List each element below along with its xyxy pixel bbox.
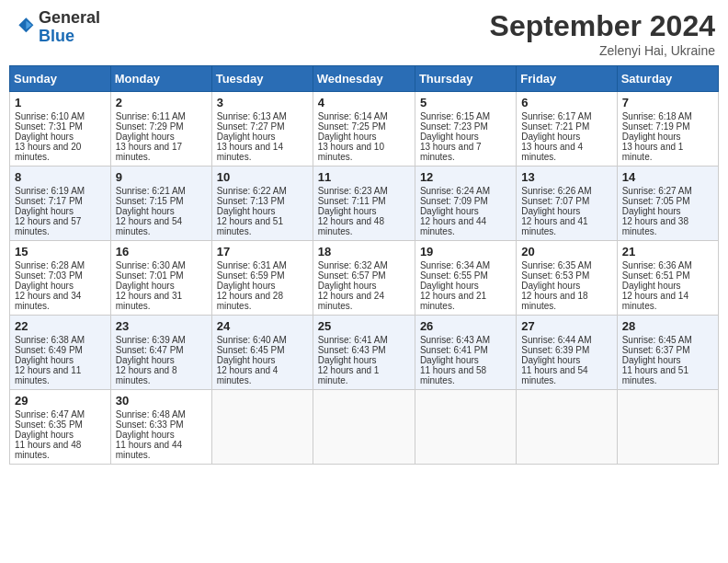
daylight-value: 11 hours and 48 minutes. <box>15 440 81 460</box>
sunrise-label: Sunrise: 6:30 AM <box>116 260 186 270</box>
day-number: 19 <box>420 245 511 259</box>
sunrise-label: Sunrise: 6:15 AM <box>420 111 490 121</box>
sunset-label: Sunset: 7:27 PM <box>217 121 285 132</box>
day-number: 24 <box>217 319 308 333</box>
daylight-label: Daylight hours <box>116 281 175 291</box>
daylight-label: Daylight hours <box>521 206 580 216</box>
sunrise-label: Sunrise: 6:22 AM <box>217 186 287 196</box>
col-header-tuesday: Tuesday <box>211 66 313 92</box>
sunset-label: Sunset: 7:29 PM <box>116 121 184 132</box>
day-number: 9 <box>116 170 207 184</box>
location-title: Zelenyi Hai, Ukraine <box>490 43 715 58</box>
day-number: 20 <box>521 245 611 259</box>
daylight-value: 11 hours and 54 minutes. <box>521 365 587 385</box>
col-header-monday: Monday <box>110 66 211 92</box>
sunset-label: Sunset: 7:17 PM <box>15 196 83 206</box>
table-cell <box>517 390 617 465</box>
daylight-value: 12 hours and 41 minutes. <box>521 216 587 236</box>
sunrise-label: Sunrise: 6:44 AM <box>521 335 591 345</box>
daylight-label: Daylight hours <box>622 355 681 365</box>
table-cell <box>211 390 313 465</box>
sunrise-label: Sunrise: 6:21 AM <box>116 186 186 196</box>
title-block: September 2024 Zelenyi Hai, Ukraine <box>490 9 715 58</box>
table-cell: 8 Sunrise: 6:19 AM Sunset: 7:17 PM Dayli… <box>10 167 111 241</box>
daylight-value: 11 hours and 44 minutes. <box>116 440 182 460</box>
daylight-label: Daylight hours <box>521 355 580 365</box>
daylight-label: Daylight hours <box>420 132 479 142</box>
table-cell: 15 Sunrise: 6:28 AM Sunset: 7:03 PM Dayl… <box>10 241 111 316</box>
sunset-label: Sunset: 7:09 PM <box>420 196 488 206</box>
table-cell <box>313 390 415 465</box>
sunset-label: Sunset: 7:01 PM <box>116 270 184 281</box>
col-header-thursday: Thursday <box>415 66 516 92</box>
calendar-header-row: Sunday Monday Tuesday Wednesday Thursday… <box>10 66 719 92</box>
sunset-label: Sunset: 6:39 PM <box>521 345 589 355</box>
table-cell: 29 Sunrise: 6:47 AM Sunset: 6:35 PM Dayl… <box>10 390 111 465</box>
sunset-label: Sunset: 6:53 PM <box>521 270 589 281</box>
sunrise-label: Sunrise: 6:27 AM <box>622 186 692 196</box>
col-header-friday: Friday <box>517 66 617 92</box>
daylight-value: 13 hours and 14 minutes. <box>217 142 283 162</box>
daylight-label: Daylight hours <box>217 132 276 142</box>
daylight-value: 12 hours and 21 minutes. <box>420 291 486 311</box>
sunrise-label: Sunrise: 6:43 AM <box>420 335 490 345</box>
table-cell: 16 Sunrise: 6:30 AM Sunset: 7:01 PM Dayl… <box>110 241 211 316</box>
day-number: 21 <box>622 245 713 259</box>
sunset-label: Sunset: 6:51 PM <box>622 270 690 281</box>
day-number: 28 <box>622 319 713 333</box>
daylight-value: 11 hours and 51 minutes. <box>622 365 688 385</box>
daylight-value: 12 hours and 57 minutes. <box>15 216 81 236</box>
table-cell: 25 Sunrise: 6:41 AM Sunset: 6:43 PM Dayl… <box>313 316 415 390</box>
day-number: 25 <box>318 319 410 333</box>
daylight-label: Daylight hours <box>318 355 377 365</box>
day-number: 4 <box>318 96 410 109</box>
daylight-label: Daylight hours <box>318 132 377 142</box>
day-number: 18 <box>318 245 410 259</box>
table-cell: 14 Sunrise: 6:27 AM Sunset: 7:05 PM Dayl… <box>617 167 718 241</box>
daylight-value: 12 hours and 4 minutes. <box>217 365 279 385</box>
sunset-label: Sunset: 7:13 PM <box>217 196 285 206</box>
sunrise-label: Sunrise: 6:28 AM <box>15 260 85 270</box>
daylight-label: Daylight hours <box>521 281 580 291</box>
table-cell: 5 Sunrise: 6:15 AM Sunset: 7:23 PM Dayli… <box>415 92 516 167</box>
sunset-label: Sunset: 7:25 PM <box>318 121 386 132</box>
sunset-label: Sunset: 6:43 PM <box>318 345 386 355</box>
sunrise-label: Sunrise: 6:47 AM <box>15 409 85 419</box>
daylight-label: Daylight hours <box>116 206 175 216</box>
day-number: 14 <box>622 170 713 184</box>
table-cell: 6 Sunrise: 6:17 AM Sunset: 7:21 PM Dayli… <box>517 92 617 167</box>
sunset-label: Sunset: 6:35 PM <box>15 419 83 430</box>
daylight-value: 12 hours and 54 minutes. <box>116 216 182 236</box>
sunrise-label: Sunrise: 6:19 AM <box>15 186 85 196</box>
table-cell: 7 Sunrise: 6:18 AM Sunset: 7:19 PM Dayli… <box>617 92 718 167</box>
day-number: 8 <box>15 170 106 184</box>
day-number: 1 <box>15 96 106 109</box>
day-number: 22 <box>15 319 106 333</box>
table-cell: 28 Sunrise: 6:45 AM Sunset: 6:37 PM Dayl… <box>617 316 718 390</box>
sunset-label: Sunset: 7:19 PM <box>622 121 690 132</box>
day-number: 26 <box>420 319 511 333</box>
daylight-value: 13 hours and 1 minute. <box>622 142 684 162</box>
day-number: 12 <box>420 170 511 184</box>
daylight-value: 13 hours and 7 minutes. <box>420 142 482 162</box>
day-number: 15 <box>15 245 106 259</box>
sunrise-label: Sunrise: 6:14 AM <box>318 111 388 121</box>
daylight-label: Daylight hours <box>15 430 74 440</box>
sunrise-label: Sunrise: 6:23 AM <box>318 186 388 196</box>
sunset-label: Sunset: 6:47 PM <box>116 345 184 355</box>
daylight-label: Daylight hours <box>217 355 276 365</box>
day-number: 27 <box>521 319 611 333</box>
day-number: 7 <box>622 96 713 109</box>
daylight-value: 13 hours and 10 minutes. <box>318 142 384 162</box>
daylight-label: Daylight hours <box>15 206 74 216</box>
daylight-value: 12 hours and 48 minutes. <box>318 216 384 236</box>
daylight-value: 12 hours and 18 minutes. <box>521 291 587 311</box>
day-number: 10 <box>217 170 308 184</box>
daylight-value: 12 hours and 11 minutes. <box>15 365 81 385</box>
table-cell <box>617 390 718 465</box>
sunrise-label: Sunrise: 6:32 AM <box>318 260 388 270</box>
sunrise-label: Sunrise: 6:11 AM <box>116 111 186 121</box>
day-number: 3 <box>217 96 308 109</box>
daylight-label: Daylight hours <box>420 206 479 216</box>
table-cell: 1 Sunrise: 6:10 AM Sunset: 7:31 PM Dayli… <box>10 92 111 167</box>
